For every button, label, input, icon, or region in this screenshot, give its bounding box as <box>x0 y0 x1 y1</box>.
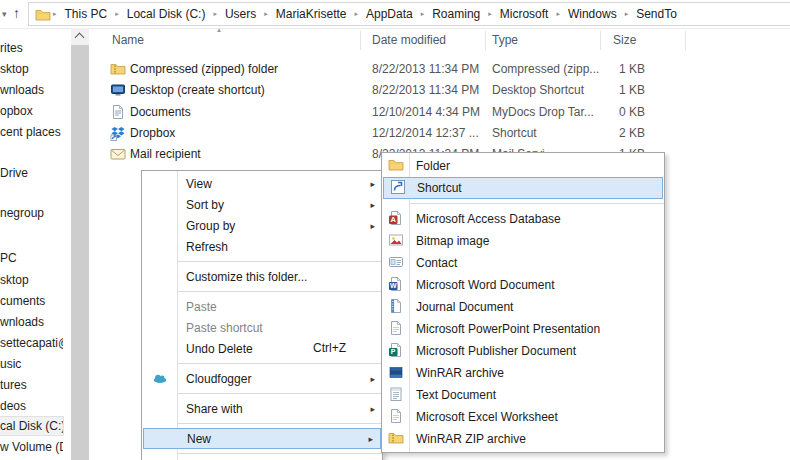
breadcrumb-item-microsoft[interactable]: Microsoft <box>494 7 555 21</box>
breadcrumb-item-sendto[interactable]: SendTo <box>630 7 683 21</box>
breadcrumb-chevron-icon[interactable]: ▸ <box>419 3 427 25</box>
column-divider[interactable] <box>485 31 486 50</box>
menu-item-undo-delete[interactable]: Undo DeleteCtrl+Z <box>142 338 382 359</box>
breadcrumb-chevron-icon[interactable]: ▸ <box>352 3 360 25</box>
column-header-name[interactable]: Name <box>112 33 144 47</box>
column-header-size[interactable]: Size <box>613 33 636 47</box>
menu-item-microsoft-word-document[interactable]: WMicrosoft Word Document <box>382 274 664 296</box>
column-divider[interactable] <box>685 31 686 50</box>
menu-item-label: Microsoft Publisher Document <box>416 344 576 358</box>
desktop-icon <box>110 82 126 98</box>
breadcrumb-item-appdata[interactable]: AppData <box>360 7 419 21</box>
address-bar[interactable]: ▸This PC▸Local Disk (C:)▸Users▸MariaKris… <box>28 2 790 26</box>
sidebar-item-cal-disk-c[interactable]: cal Disk (C:) <box>0 416 64 436</box>
sidebar-item-settecapati-h[interactable]: settecapati@h <box>0 333 63 353</box>
menu-item-label: Sort by <box>186 198 224 212</box>
sidebar-item-wnloads[interactable]: wnloads <box>0 312 63 332</box>
svg-text:A: A <box>390 215 396 224</box>
breadcrumb-item-windows[interactable]: Windows <box>562 7 623 21</box>
file-date-modified: 8/22/2013 11:34 PM <box>372 80 479 101</box>
menu-item-label: WinRAR ZIP archive <box>416 432 526 446</box>
menu-item-share-with[interactable]: Share with▸ <box>142 398 382 419</box>
menu-item-microsoft-access-database[interactable]: AMicrosoft Access Database <box>382 208 664 230</box>
menu-item-bitmap-image[interactable]: Bitmap image <box>382 230 664 252</box>
menu-item-label: Share with <box>186 402 243 416</box>
sidebar-item-drive[interactable]: Drive <box>0 163 63 183</box>
menu-separator <box>178 453 382 454</box>
menu-item-label: Folder <box>416 159 450 173</box>
textdoc-icon <box>388 386 404 402</box>
column-divider[interactable] <box>600 31 601 50</box>
file-row-desktop-create-shortcut[interactable]: Desktop (create shortcut)8/22/2013 11:34… <box>89 80 789 101</box>
sidebar-item-deos[interactable]: deos <box>0 396 63 416</box>
breadcrumb-item-roaming[interactable]: Roaming <box>426 7 486 21</box>
up-one-level-icon[interactable]: ↑ <box>13 4 20 22</box>
menu-item-cloudfogger[interactable]: Cloudfogger▸ <box>142 368 382 389</box>
breadcrumb-item-mariakrisette[interactable]: MariaKrisette <box>270 7 353 21</box>
menu-item-new[interactable]: New▸ <box>143 428 381 449</box>
menu-item-sort-by[interactable]: Sort by▸ <box>142 194 382 215</box>
menu-item-label: Group by <box>186 219 235 233</box>
menu-item-contact[interactable]: Contact <box>382 252 664 274</box>
sidebar-item-wnloads[interactable]: wnloads <box>0 80 63 100</box>
menu-item-view[interactable]: View▸ <box>142 173 382 194</box>
column-divider[interactable] <box>360 31 361 50</box>
menu-item-microsoft-powerpoint-presentation[interactable]: Microsoft PowerPoint Presentation <box>382 318 664 340</box>
column-header-date-modified[interactable]: Date modified <box>372 33 446 47</box>
file-name: Mail recipient <box>130 144 201 165</box>
menu-item-group-by[interactable]: Group by▸ <box>142 215 382 236</box>
breadcrumb-chevron-icon[interactable]: ▸ <box>623 3 631 25</box>
menu-item-label: Microsoft Access Database <box>416 212 561 226</box>
sidebar-item-negroup[interactable]: negroup <box>0 203 63 223</box>
menu-item-label: Text Document <box>416 388 496 402</box>
breadcrumb-chevron-icon[interactable]: ▸ <box>554 3 562 25</box>
word-icon: W <box>388 276 404 292</box>
menu-item-folder[interactable]: Folder <box>382 155 664 177</box>
sidebar-item-cent-places[interactable]: cent places <box>0 122 63 142</box>
file-row-documents[interactable]: Documents12/10/2014 4:34 PMMyDocs Drop T… <box>89 102 789 123</box>
zipfolder-icon <box>110 61 126 77</box>
explorer-window: ▾ ↑ ▸This PC▸Local Disk (C:)▸Users▸Maria… <box>0 0 790 460</box>
sidebar-item-cuments[interactable]: cuments <box>0 291 63 311</box>
sidebar-item-rites[interactable]: rites <box>0 38 63 58</box>
menu-item-shortcut[interactable]: Shortcut <box>383 177 663 199</box>
file-type: Shortcut <box>492 123 537 144</box>
menu-item-label: View <box>186 177 212 191</box>
menu-item-microsoft-excel-worksheet[interactable]: Microsoft Excel Worksheet <box>382 406 664 428</box>
menu-separator <box>178 261 382 262</box>
menu-separator <box>178 291 382 292</box>
menu-item-customize-this-folder[interactable]: Customize this folder... <box>142 266 382 287</box>
breadcrumb-item-local-disk-c[interactable]: Local Disk (C:) <box>121 7 212 21</box>
menu-item-refresh[interactable]: Refresh <box>142 236 382 257</box>
breadcrumb-chevron-icon[interactable]: ▸ <box>486 3 494 25</box>
file-row-dropbox[interactable]: Dropbox12/12/2014 12:37 ...Shortcut2 KB <box>89 123 789 144</box>
sidebar-item-opbox[interactable]: opbox <box>0 101 63 121</box>
sidebar-item-sktop[interactable]: sktop <box>0 270 63 290</box>
breadcrumb-chevron-icon[interactable]: ▸ <box>51 3 59 25</box>
breadcrumb-item-this-pc[interactable]: This PC <box>59 7 114 21</box>
menu-item-label: Shortcut <box>417 181 462 195</box>
file-row-compressed-zipped-folder[interactable]: Compressed (zipped) folder8/22/2013 11:3… <box>89 59 789 80</box>
menu-item-winrar-archive[interactable]: WinRAR archive <box>382 362 664 384</box>
sidebar-item-sktop[interactable]: sktop <box>0 59 63 79</box>
menu-item-winrar-zip-archive[interactable]: WinRAR ZIP archive <box>382 428 664 450</box>
scroll-up-button[interactable] <box>71 28 89 45</box>
menu-item-text-document[interactable]: Text Document <box>382 384 664 406</box>
sidebar-item-tures[interactable]: tures <box>0 375 63 395</box>
breadcrumb-item-users[interactable]: Users <box>219 7 262 21</box>
sidebar-item-usic[interactable]: usic <box>0 354 63 374</box>
file-size: 1 KB <box>560 59 645 80</box>
sidebar-item-pc[interactable]: PC <box>0 248 63 268</box>
file-name: Desktop (create shortcut) <box>130 80 265 101</box>
scrollbar-thumb[interactable] <box>71 45 89 460</box>
sidebar-scrollbar[interactable] <box>71 28 89 460</box>
column-header-type[interactable]: Type <box>492 33 518 47</box>
sidebar-item-w-volume-d[interactable]: w Volume (D:) <box>0 437 63 457</box>
breadcrumb-chevron-icon[interactable]: ▸ <box>211 3 219 25</box>
breadcrumb-chevron-icon[interactable]: ▸ <box>262 3 270 25</box>
menu-item-microsoft-publisher-document[interactable]: PMicrosoft Publisher Document <box>382 340 664 362</box>
address-dropdown-icon[interactable]: ▾ <box>2 9 7 19</box>
breadcrumb-chevron-icon[interactable]: ▸ <box>113 3 121 25</box>
menu-item-journal-document[interactable]: Journal Document <box>382 296 664 318</box>
menu-item-label: Contact <box>416 256 457 270</box>
